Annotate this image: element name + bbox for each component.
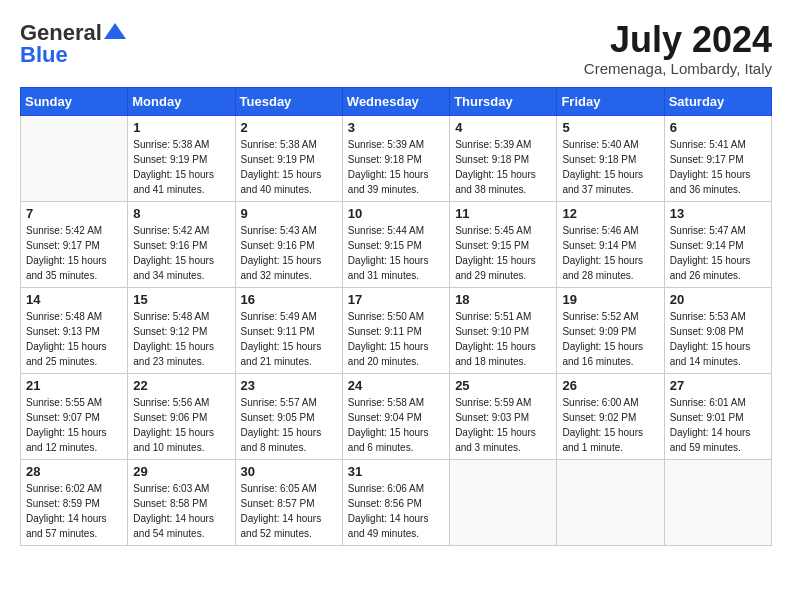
- calendar-cell: 6Sunrise: 5:41 AM Sunset: 9:17 PM Daylig…: [664, 115, 771, 201]
- day-info: Sunrise: 5:41 AM Sunset: 9:17 PM Dayligh…: [670, 137, 766, 197]
- calendar-cell: 24Sunrise: 5:58 AM Sunset: 9:04 PM Dayli…: [342, 373, 449, 459]
- calendar-cell: 16Sunrise: 5:49 AM Sunset: 9:11 PM Dayli…: [235, 287, 342, 373]
- calendar-cell: 21Sunrise: 5:55 AM Sunset: 9:07 PM Dayli…: [21, 373, 128, 459]
- day-info: Sunrise: 6:06 AM Sunset: 8:56 PM Dayligh…: [348, 481, 444, 541]
- day-number: 3: [348, 120, 444, 135]
- day-number: 10: [348, 206, 444, 221]
- calendar-cell: 30Sunrise: 6:05 AM Sunset: 8:57 PM Dayli…: [235, 459, 342, 545]
- day-info: Sunrise: 5:58 AM Sunset: 9:04 PM Dayligh…: [348, 395, 444, 455]
- calendar-cell: 28Sunrise: 6:02 AM Sunset: 8:59 PM Dayli…: [21, 459, 128, 545]
- calendar-cell: 2Sunrise: 5:38 AM Sunset: 9:19 PM Daylig…: [235, 115, 342, 201]
- day-number: 7: [26, 206, 122, 221]
- day-number: 5: [562, 120, 658, 135]
- calendar-cell: 12Sunrise: 5:46 AM Sunset: 9:14 PM Dayli…: [557, 201, 664, 287]
- month-year: July 2024: [584, 20, 772, 60]
- day-number: 16: [241, 292, 337, 307]
- day-info: Sunrise: 5:39 AM Sunset: 9:18 PM Dayligh…: [348, 137, 444, 197]
- day-info: Sunrise: 6:01 AM Sunset: 9:01 PM Dayligh…: [670, 395, 766, 455]
- day-number: 11: [455, 206, 551, 221]
- day-number: 14: [26, 292, 122, 307]
- calendar-cell: 17Sunrise: 5:50 AM Sunset: 9:11 PM Dayli…: [342, 287, 449, 373]
- day-number: 31: [348, 464, 444, 479]
- day-info: Sunrise: 5:43 AM Sunset: 9:16 PM Dayligh…: [241, 223, 337, 283]
- day-number: 20: [670, 292, 766, 307]
- calendar-week-row: 1Sunrise: 5:38 AM Sunset: 9:19 PM Daylig…: [21, 115, 772, 201]
- calendar-cell: [557, 459, 664, 545]
- day-number: 1: [133, 120, 229, 135]
- day-number: 2: [241, 120, 337, 135]
- calendar-cell: 11Sunrise: 5:45 AM Sunset: 9:15 PM Dayli…: [450, 201, 557, 287]
- calendar-cell: [450, 459, 557, 545]
- day-number: 26: [562, 378, 658, 393]
- calendar-cell: 23Sunrise: 5:57 AM Sunset: 9:05 PM Dayli…: [235, 373, 342, 459]
- calendar-week-row: 7Sunrise: 5:42 AM Sunset: 9:17 PM Daylig…: [21, 201, 772, 287]
- day-info: Sunrise: 5:49 AM Sunset: 9:11 PM Dayligh…: [241, 309, 337, 369]
- weekday-header: Tuesday: [235, 87, 342, 115]
- logo-blue: Blue: [20, 42, 68, 68]
- day-info: Sunrise: 6:05 AM Sunset: 8:57 PM Dayligh…: [241, 481, 337, 541]
- calendar-cell: 20Sunrise: 5:53 AM Sunset: 9:08 PM Dayli…: [664, 287, 771, 373]
- day-info: Sunrise: 6:00 AM Sunset: 9:02 PM Dayligh…: [562, 395, 658, 455]
- day-info: Sunrise: 5:59 AM Sunset: 9:03 PM Dayligh…: [455, 395, 551, 455]
- calendar-cell: [664, 459, 771, 545]
- calendar-cell: 14Sunrise: 5:48 AM Sunset: 9:13 PM Dayli…: [21, 287, 128, 373]
- day-info: Sunrise: 5:47 AM Sunset: 9:14 PM Dayligh…: [670, 223, 766, 283]
- calendar-cell: 4Sunrise: 5:39 AM Sunset: 9:18 PM Daylig…: [450, 115, 557, 201]
- day-number: 23: [241, 378, 337, 393]
- day-info: Sunrise: 5:42 AM Sunset: 9:16 PM Dayligh…: [133, 223, 229, 283]
- day-number: 15: [133, 292, 229, 307]
- calendar-table: SundayMondayTuesdayWednesdayThursdayFrid…: [20, 87, 772, 546]
- calendar-cell: 9Sunrise: 5:43 AM Sunset: 9:16 PM Daylig…: [235, 201, 342, 287]
- day-info: Sunrise: 5:46 AM Sunset: 9:14 PM Dayligh…: [562, 223, 658, 283]
- day-info: Sunrise: 5:55 AM Sunset: 9:07 PM Dayligh…: [26, 395, 122, 455]
- calendar-cell: 22Sunrise: 5:56 AM Sunset: 9:06 PM Dayli…: [128, 373, 235, 459]
- calendar-cell: 26Sunrise: 6:00 AM Sunset: 9:02 PM Dayli…: [557, 373, 664, 459]
- calendar-cell: 13Sunrise: 5:47 AM Sunset: 9:14 PM Dayli…: [664, 201, 771, 287]
- day-number: 18: [455, 292, 551, 307]
- day-info: Sunrise: 5:52 AM Sunset: 9:09 PM Dayligh…: [562, 309, 658, 369]
- day-info: Sunrise: 5:48 AM Sunset: 9:13 PM Dayligh…: [26, 309, 122, 369]
- day-number: 12: [562, 206, 658, 221]
- day-number: 9: [241, 206, 337, 221]
- calendar-week-row: 14Sunrise: 5:48 AM Sunset: 9:13 PM Dayli…: [21, 287, 772, 373]
- title-section: July 2024 Cremenaga, Lombardy, Italy: [584, 20, 772, 77]
- weekday-header: Thursday: [450, 87, 557, 115]
- calendar-cell: 19Sunrise: 5:52 AM Sunset: 9:09 PM Dayli…: [557, 287, 664, 373]
- day-info: Sunrise: 5:48 AM Sunset: 9:12 PM Dayligh…: [133, 309, 229, 369]
- day-number: 30: [241, 464, 337, 479]
- day-info: Sunrise: 5:42 AM Sunset: 9:17 PM Dayligh…: [26, 223, 122, 283]
- day-info: Sunrise: 5:39 AM Sunset: 9:18 PM Dayligh…: [455, 137, 551, 197]
- calendar-cell: 18Sunrise: 5:51 AM Sunset: 9:10 PM Dayli…: [450, 287, 557, 373]
- day-number: 25: [455, 378, 551, 393]
- day-info: Sunrise: 6:02 AM Sunset: 8:59 PM Dayligh…: [26, 481, 122, 541]
- weekday-header: Saturday: [664, 87, 771, 115]
- weekday-header: Monday: [128, 87, 235, 115]
- day-number: 8: [133, 206, 229, 221]
- day-info: Sunrise: 5:45 AM Sunset: 9:15 PM Dayligh…: [455, 223, 551, 283]
- day-number: 28: [26, 464, 122, 479]
- day-info: Sunrise: 5:50 AM Sunset: 9:11 PM Dayligh…: [348, 309, 444, 369]
- calendar-week-row: 28Sunrise: 6:02 AM Sunset: 8:59 PM Dayli…: [21, 459, 772, 545]
- calendar-cell: 27Sunrise: 6:01 AM Sunset: 9:01 PM Dayli…: [664, 373, 771, 459]
- day-info: Sunrise: 5:57 AM Sunset: 9:05 PM Dayligh…: [241, 395, 337, 455]
- calendar-cell: 29Sunrise: 6:03 AM Sunset: 8:58 PM Dayli…: [128, 459, 235, 545]
- day-number: 4: [455, 120, 551, 135]
- day-number: 19: [562, 292, 658, 307]
- calendar-cell: 15Sunrise: 5:48 AM Sunset: 9:12 PM Dayli…: [128, 287, 235, 373]
- day-number: 29: [133, 464, 229, 479]
- page-header: General Blue July 2024 Cremenaga, Lombar…: [20, 20, 772, 77]
- day-number: 27: [670, 378, 766, 393]
- day-number: 13: [670, 206, 766, 221]
- day-number: 22: [133, 378, 229, 393]
- calendar-cell: 3Sunrise: 5:39 AM Sunset: 9:18 PM Daylig…: [342, 115, 449, 201]
- day-number: 6: [670, 120, 766, 135]
- calendar-cell: 31Sunrise: 6:06 AM Sunset: 8:56 PM Dayli…: [342, 459, 449, 545]
- calendar-cell: [21, 115, 128, 201]
- day-info: Sunrise: 5:56 AM Sunset: 9:06 PM Dayligh…: [133, 395, 229, 455]
- calendar-cell: 7Sunrise: 5:42 AM Sunset: 9:17 PM Daylig…: [21, 201, 128, 287]
- day-info: Sunrise: 5:53 AM Sunset: 9:08 PM Dayligh…: [670, 309, 766, 369]
- weekday-header: Friday: [557, 87, 664, 115]
- day-info: Sunrise: 5:38 AM Sunset: 9:19 PM Dayligh…: [133, 137, 229, 197]
- day-info: Sunrise: 5:44 AM Sunset: 9:15 PM Dayligh…: [348, 223, 444, 283]
- day-info: Sunrise: 5:38 AM Sunset: 9:19 PM Dayligh…: [241, 137, 337, 197]
